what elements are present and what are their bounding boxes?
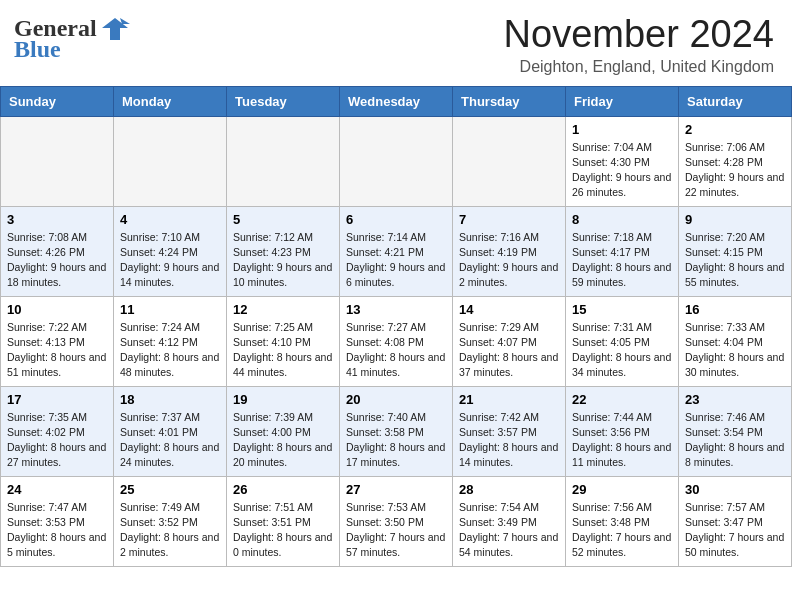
day-info: Sunrise: 7:49 AM Sunset: 3:52 PM Dayligh… bbox=[120, 500, 220, 561]
day-info: Sunrise: 7:44 AM Sunset: 3:56 PM Dayligh… bbox=[572, 410, 672, 471]
day-info: Sunrise: 7:57 AM Sunset: 3:47 PM Dayligh… bbox=[685, 500, 785, 561]
day-info: Sunrise: 7:12 AM Sunset: 4:23 PM Dayligh… bbox=[233, 230, 333, 291]
day-info: Sunrise: 7:54 AM Sunset: 3:49 PM Dayligh… bbox=[459, 500, 559, 561]
day-number: 10 bbox=[7, 302, 107, 317]
day-number: 1 bbox=[572, 122, 672, 137]
calendar-cell: 11Sunrise: 7:24 AM Sunset: 4:12 PM Dayli… bbox=[114, 296, 227, 386]
day-number: 18 bbox=[120, 392, 220, 407]
calendar-cell: 6Sunrise: 7:14 AM Sunset: 4:21 PM Daylig… bbox=[340, 206, 453, 296]
day-number: 19 bbox=[233, 392, 333, 407]
day-info: Sunrise: 7:37 AM Sunset: 4:01 PM Dayligh… bbox=[120, 410, 220, 471]
calendar-cell bbox=[1, 116, 114, 206]
day-number: 4 bbox=[120, 212, 220, 227]
day-number: 22 bbox=[572, 392, 672, 407]
day-number: 28 bbox=[459, 482, 559, 497]
calendar-cell: 24Sunrise: 7:47 AM Sunset: 3:53 PM Dayli… bbox=[1, 476, 114, 566]
day-info: Sunrise: 7:20 AM Sunset: 4:15 PM Dayligh… bbox=[685, 230, 785, 291]
day-number: 23 bbox=[685, 392, 785, 407]
day-number: 6 bbox=[346, 212, 446, 227]
day-info: Sunrise: 7:16 AM Sunset: 4:19 PM Dayligh… bbox=[459, 230, 559, 291]
col-wednesday: Wednesday bbox=[340, 86, 453, 116]
calendar-cell bbox=[227, 116, 340, 206]
day-info: Sunrise: 7:39 AM Sunset: 4:00 PM Dayligh… bbox=[233, 410, 333, 471]
day-number: 24 bbox=[7, 482, 107, 497]
calendar-week-row: 10Sunrise: 7:22 AM Sunset: 4:13 PM Dayli… bbox=[1, 296, 792, 386]
calendar-cell: 14Sunrise: 7:29 AM Sunset: 4:07 PM Dayli… bbox=[453, 296, 566, 386]
day-number: 30 bbox=[685, 482, 785, 497]
day-number: 16 bbox=[685, 302, 785, 317]
day-info: Sunrise: 7:53 AM Sunset: 3:50 PM Dayligh… bbox=[346, 500, 446, 561]
month-title: November 2024 bbox=[504, 14, 774, 56]
day-number: 9 bbox=[685, 212, 785, 227]
calendar-cell: 26Sunrise: 7:51 AM Sunset: 3:51 PM Dayli… bbox=[227, 476, 340, 566]
logo: General Blue bbox=[14, 14, 130, 63]
day-info: Sunrise: 7:04 AM Sunset: 4:30 PM Dayligh… bbox=[572, 140, 672, 201]
day-info: Sunrise: 7:25 AM Sunset: 4:10 PM Dayligh… bbox=[233, 320, 333, 381]
calendar-cell: 22Sunrise: 7:44 AM Sunset: 3:56 PM Dayli… bbox=[566, 386, 679, 476]
calendar-cell: 20Sunrise: 7:40 AM Sunset: 3:58 PM Dayli… bbox=[340, 386, 453, 476]
calendar-cell bbox=[114, 116, 227, 206]
day-number: 29 bbox=[572, 482, 672, 497]
day-number: 27 bbox=[346, 482, 446, 497]
calendar-cell: 15Sunrise: 7:31 AM Sunset: 4:05 PM Dayli… bbox=[566, 296, 679, 386]
location-subtitle: Deighton, England, United Kingdom bbox=[504, 58, 774, 76]
day-info: Sunrise: 7:24 AM Sunset: 4:12 PM Dayligh… bbox=[120, 320, 220, 381]
calendar-cell: 10Sunrise: 7:22 AM Sunset: 4:13 PM Dayli… bbox=[1, 296, 114, 386]
day-number: 17 bbox=[7, 392, 107, 407]
calendar-week-row: 17Sunrise: 7:35 AM Sunset: 4:02 PM Dayli… bbox=[1, 386, 792, 476]
day-info: Sunrise: 7:22 AM Sunset: 4:13 PM Dayligh… bbox=[7, 320, 107, 381]
day-info: Sunrise: 7:51 AM Sunset: 3:51 PM Dayligh… bbox=[233, 500, 333, 561]
calendar-cell: 1Sunrise: 7:04 AM Sunset: 4:30 PM Daylig… bbox=[566, 116, 679, 206]
calendar-cell bbox=[453, 116, 566, 206]
calendar-cell: 8Sunrise: 7:18 AM Sunset: 4:17 PM Daylig… bbox=[566, 206, 679, 296]
calendar-cell: 13Sunrise: 7:27 AM Sunset: 4:08 PM Dayli… bbox=[340, 296, 453, 386]
day-number: 12 bbox=[233, 302, 333, 317]
col-friday: Friday bbox=[566, 86, 679, 116]
day-info: Sunrise: 7:08 AM Sunset: 4:26 PM Dayligh… bbox=[7, 230, 107, 291]
day-number: 11 bbox=[120, 302, 220, 317]
day-number: 25 bbox=[120, 482, 220, 497]
calendar-week-row: 1Sunrise: 7:04 AM Sunset: 4:30 PM Daylig… bbox=[1, 116, 792, 206]
day-info: Sunrise: 7:31 AM Sunset: 4:05 PM Dayligh… bbox=[572, 320, 672, 381]
calendar-cell: 18Sunrise: 7:37 AM Sunset: 4:01 PM Dayli… bbox=[114, 386, 227, 476]
day-info: Sunrise: 7:46 AM Sunset: 3:54 PM Dayligh… bbox=[685, 410, 785, 471]
calendar-week-row: 24Sunrise: 7:47 AM Sunset: 3:53 PM Dayli… bbox=[1, 476, 792, 566]
day-number: 5 bbox=[233, 212, 333, 227]
calendar-cell: 29Sunrise: 7:56 AM Sunset: 3:48 PM Dayli… bbox=[566, 476, 679, 566]
day-number: 2 bbox=[685, 122, 785, 137]
day-info: Sunrise: 7:14 AM Sunset: 4:21 PM Dayligh… bbox=[346, 230, 446, 291]
logo-blue: Blue bbox=[14, 36, 61, 63]
calendar-cell: 19Sunrise: 7:39 AM Sunset: 4:00 PM Dayli… bbox=[227, 386, 340, 476]
day-number: 20 bbox=[346, 392, 446, 407]
day-number: 8 bbox=[572, 212, 672, 227]
day-number: 15 bbox=[572, 302, 672, 317]
day-info: Sunrise: 7:35 AM Sunset: 4:02 PM Dayligh… bbox=[7, 410, 107, 471]
day-info: Sunrise: 7:10 AM Sunset: 4:24 PM Dayligh… bbox=[120, 230, 220, 291]
day-info: Sunrise: 7:27 AM Sunset: 4:08 PM Dayligh… bbox=[346, 320, 446, 381]
day-info: Sunrise: 7:47 AM Sunset: 3:53 PM Dayligh… bbox=[7, 500, 107, 561]
logo-bird-icon bbox=[100, 14, 130, 42]
calendar-header-row: Sunday Monday Tuesday Wednesday Thursday… bbox=[1, 86, 792, 116]
calendar-cell: 27Sunrise: 7:53 AM Sunset: 3:50 PM Dayli… bbox=[340, 476, 453, 566]
calendar-cell: 25Sunrise: 7:49 AM Sunset: 3:52 PM Dayli… bbox=[114, 476, 227, 566]
col-tuesday: Tuesday bbox=[227, 86, 340, 116]
day-info: Sunrise: 7:33 AM Sunset: 4:04 PM Dayligh… bbox=[685, 320, 785, 381]
calendar-cell: 23Sunrise: 7:46 AM Sunset: 3:54 PM Dayli… bbox=[679, 386, 792, 476]
col-saturday: Saturday bbox=[679, 86, 792, 116]
calendar-cell: 7Sunrise: 7:16 AM Sunset: 4:19 PM Daylig… bbox=[453, 206, 566, 296]
calendar-cell: 2Sunrise: 7:06 AM Sunset: 4:28 PM Daylig… bbox=[679, 116, 792, 206]
calendar-cell: 5Sunrise: 7:12 AM Sunset: 4:23 PM Daylig… bbox=[227, 206, 340, 296]
day-info: Sunrise: 7:29 AM Sunset: 4:07 PM Dayligh… bbox=[459, 320, 559, 381]
day-info: Sunrise: 7:06 AM Sunset: 4:28 PM Dayligh… bbox=[685, 140, 785, 201]
calendar-week-row: 3Sunrise: 7:08 AM Sunset: 4:26 PM Daylig… bbox=[1, 206, 792, 296]
day-info: Sunrise: 7:56 AM Sunset: 3:48 PM Dayligh… bbox=[572, 500, 672, 561]
day-info: Sunrise: 7:40 AM Sunset: 3:58 PM Dayligh… bbox=[346, 410, 446, 471]
day-number: 13 bbox=[346, 302, 446, 317]
col-monday: Monday bbox=[114, 86, 227, 116]
title-section: November 2024 Deighton, England, United … bbox=[504, 14, 774, 76]
day-number: 3 bbox=[7, 212, 107, 227]
col-thursday: Thursday bbox=[453, 86, 566, 116]
day-number: 21 bbox=[459, 392, 559, 407]
calendar-cell: 17Sunrise: 7:35 AM Sunset: 4:02 PM Dayli… bbox=[1, 386, 114, 476]
day-number: 14 bbox=[459, 302, 559, 317]
